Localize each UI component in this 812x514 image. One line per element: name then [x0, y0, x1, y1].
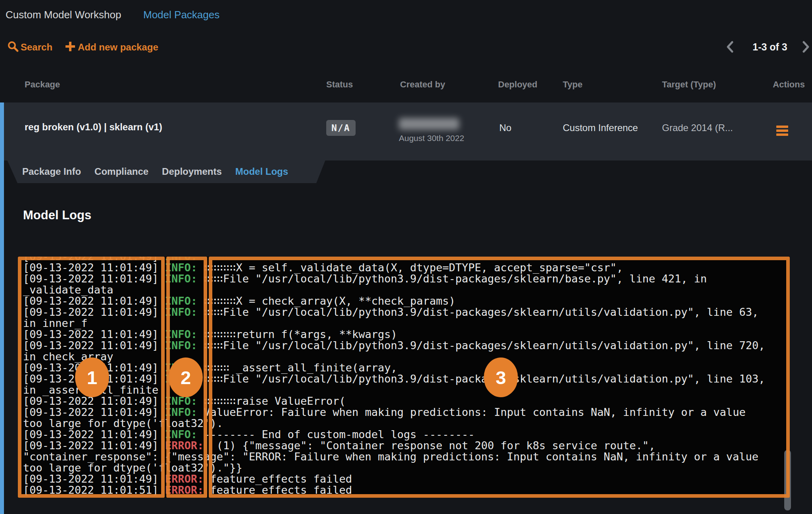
column-header-created-by: Created by [400, 79, 445, 90]
package-name[interactable]: reg broken (v1.0) | sklearn (v1) [25, 122, 162, 133]
column-header-deployed: Deployed [498, 79, 537, 90]
chevron-left-icon[interactable] [725, 41, 734, 53]
created-by-redacted-avatar [399, 118, 459, 130]
column-header-type: Type [563, 79, 583, 90]
add-new-package-button[interactable]: Add new package [78, 42, 158, 53]
tab-package-info[interactable]: Package Info [22, 166, 81, 177]
tab-deployments[interactable]: Deployments [162, 166, 222, 177]
tab-model-logs[interactable]: Model Logs [235, 166, 288, 177]
selected-row-accent-bar [0, 102, 4, 514]
column-header-package: Package [25, 79, 60, 90]
column-header-target-type: Target (Type) [662, 79, 716, 90]
column-header-status: Status [326, 79, 353, 90]
hamburger-menu-icon[interactable] [776, 126, 788, 137]
tab-strip: Package Info Compliance Deployments Mode… [4, 160, 325, 183]
annotation-circle-1: 1 [75, 357, 109, 397]
target-type-value: Grade 2014 (R... [662, 122, 733, 133]
created-date: August 30th 2022 [399, 133, 464, 143]
chevron-right-icon[interactable] [802, 41, 810, 53]
search-icon[interactable] [7, 41, 19, 52]
search-button[interactable]: Search [21, 42, 52, 53]
annotation-circle-3: 3 [484, 357, 518, 397]
pagination-label: 1-3 of 3 [743, 41, 797, 53]
annotation-circle-2: 2 [169, 357, 203, 397]
model-logs-viewer: [09-13-2022 11:01:49] INFO: [09-13-2022 … [18, 257, 790, 498]
status-badge: N/A [326, 120, 356, 136]
page-title: Model Logs [23, 208, 91, 222]
plus-icon[interactable] [64, 41, 76, 52]
tab-compliance[interactable]: Compliance [94, 166, 148, 177]
type-value: Custom Inference [563, 122, 638, 133]
breadcrumb-model-packages[interactable]: Model Packages [143, 9, 219, 21]
column-header-actions: Actions [773, 79, 805, 90]
app-title: Custom Model Workshop [6, 9, 121, 21]
deployed-value: No [499, 122, 512, 133]
